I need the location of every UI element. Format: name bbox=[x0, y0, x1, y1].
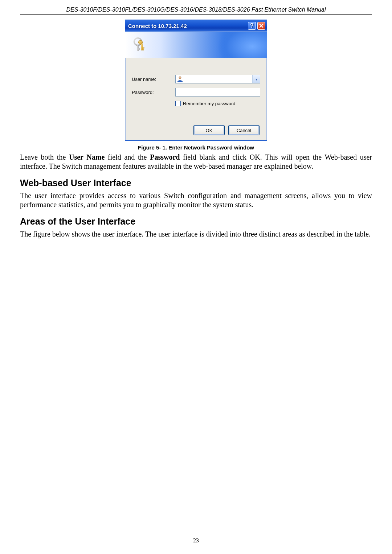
web-ui-paragraph: The user interface provides access to va… bbox=[20, 191, 372, 209]
user-icon bbox=[177, 76, 183, 82]
login-dialog: Connect to 10.73.21.42 ? bbox=[125, 20, 267, 141]
password-label: Password: bbox=[132, 90, 175, 95]
keys-icon bbox=[132, 37, 148, 53]
remember-checkbox[interactable] bbox=[175, 101, 181, 106]
username-dropdown-button[interactable]: ▾ bbox=[252, 75, 260, 83]
intro-paragraph: Leave both the User Name field and the P… bbox=[20, 153, 372, 171]
close-icon[interactable] bbox=[257, 22, 265, 30]
username-label: User name: bbox=[132, 77, 175, 82]
svg-rect-2 bbox=[141, 44, 143, 50]
dialog-titlebar[interactable]: Connect to 10.73.21.42 ? bbox=[125, 20, 267, 32]
dialog-body: User name: ▾ Password: bbox=[125, 58, 267, 140]
username-input[interactable] bbox=[175, 75, 260, 83]
password-input[interactable] bbox=[175, 88, 260, 97]
heading-web-ui: Web-based User Interface bbox=[20, 178, 372, 188]
areas-paragraph: The figure below shows the user interfac… bbox=[20, 230, 372, 239]
heading-areas: Areas of the User Interface bbox=[20, 216, 372, 227]
chevron-down-icon: ▾ bbox=[256, 77, 257, 81]
svg-point-5 bbox=[179, 77, 181, 79]
svg-rect-3 bbox=[143, 47, 144, 49]
remember-label: Remember my password bbox=[183, 101, 236, 106]
figure-caption: Figure 5- 1. Enter Network Password wind… bbox=[20, 144, 372, 151]
svg-rect-4 bbox=[143, 49, 144, 50]
dialog-banner bbox=[125, 32, 267, 58]
page-number: 23 bbox=[0, 537, 392, 544]
manual-header: DES-3010F/DES-3010FL/DES-3010G/DES-3016/… bbox=[20, 7, 372, 13]
ok-button[interactable]: OK bbox=[193, 125, 225, 135]
help-icon[interactable]: ? bbox=[248, 22, 256, 30]
dialog-title: Connect to 10.73.21.42 bbox=[128, 23, 246, 29]
cancel-button[interactable]: Cancel bbox=[228, 125, 260, 135]
header-rule bbox=[20, 14, 372, 15]
